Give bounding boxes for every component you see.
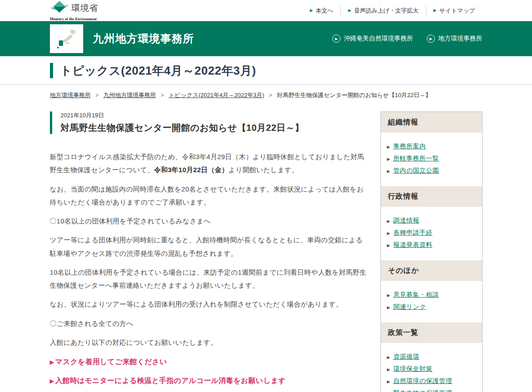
sidebar-menu-box: 組織情報 ▶ 事務所案内 ▶ 所轄事務所一覧 ▶ 管内の国立公園 行政 bbox=[380, 111, 483, 392]
ministry-name-en: Ministry of the Environment bbox=[50, 17, 98, 21]
utility-link-label: サイトマップ bbox=[439, 7, 475, 15]
sidebar: 組織情報 ▶ 事務所案内 ▶ 所轄事務所一覧 ▶ 管内の国立公園 行政 bbox=[380, 111, 483, 392]
sidebar-section-links: ▶ 意見募集・相談 ▶ 関連リンク bbox=[381, 281, 482, 322]
sidebar-section-header-others: そのほか bbox=[381, 260, 482, 281]
sidebar-section-links: ▶ 調達情報 ▶ 各種申請手続 ▶ 報道発表資料 bbox=[381, 207, 482, 260]
arrow-right-icon: ▶ bbox=[387, 293, 390, 298]
sidebar-item-applications[interactable]: ▶ 各種申請手続 bbox=[387, 229, 477, 237]
paragraph: 入館にあたり以下の対応についてお願いいたします。 bbox=[50, 336, 369, 349]
link-regional-offices[interactable]: ▶ 地方環境事務所 bbox=[427, 35, 483, 43]
intro-bold-date: 令和3年10月22日（金） bbox=[154, 166, 228, 174]
sidebar-section-header-policies: 政策一覧 bbox=[381, 322, 482, 343]
top-utility-bar: 環境省 Ministry of the Environment ▶ 本文へ ▶ … bbox=[0, 0, 532, 21]
utility-links: ▶ 本文へ ▶ 音声読み上げ・文字拡大 ▶ サイトマップ bbox=[303, 6, 483, 16]
paragraph: なお、状況によりツアー等による団体利用の受け入れを制限させていただく場合がありま… bbox=[50, 298, 369, 311]
paragraph: なお、当面の間は施設内の同時滞在人数を20名とさせていただきます。来館状況によっ… bbox=[50, 183, 369, 209]
arrow-right-icon: ▶ bbox=[434, 9, 437, 13]
ministry-gem-icon bbox=[50, 0, 69, 16]
page-title-band: トピックス(2021年4月～2022年3月) bbox=[0, 56, 532, 85]
arrow-right-icon: ▶ bbox=[50, 377, 54, 386]
site-title: 九州地方環境事務所 bbox=[93, 31, 194, 46]
play-circle-icon: ▶ bbox=[427, 35, 435, 43]
breadcrumb-current-page: 対馬野生生物保護センター開館のお知らせ【10月22日～】 bbox=[277, 92, 431, 98]
japan-map-icon bbox=[55, 28, 78, 49]
utility-link-label: 本文へ bbox=[316, 7, 333, 15]
article-header: 2021年10月19日 対馬野生生物保護センター開館のお知らせ【10月22日～】 bbox=[50, 111, 369, 134]
sidebar-link[interactable]: 資源循環 bbox=[393, 353, 419, 361]
japan-map-logo[interactable] bbox=[50, 24, 83, 53]
band-link-label: 地方環境事務所 bbox=[438, 35, 483, 43]
arrow-right-icon: ▶ bbox=[387, 231, 390, 236]
sidebar-link[interactable]: 所轄事務所一覧 bbox=[393, 155, 439, 163]
utility-link-main-content[interactable]: ▶ 本文へ bbox=[303, 6, 340, 16]
ministry-name: 環境省 bbox=[72, 2, 98, 14]
arrow-right-icon: ▶ bbox=[387, 157, 390, 161]
sidebar-item-office-guide[interactable]: ▶ 事務所案内 bbox=[387, 143, 477, 151]
arrow-right-icon: ▶ bbox=[387, 219, 390, 223]
sidebar-item-office-list[interactable]: ▶ 所轄事務所一覧 bbox=[387, 155, 477, 163]
sidebar-section-links: ▶ 事務所案内 ▶ 所轄事務所一覧 ▶ 管内の国立公園 bbox=[381, 133, 482, 186]
link-okinawa-amami-office[interactable]: ▶ 沖縄奄美自然環境事務所 bbox=[332, 35, 413, 43]
arrow-right-icon: ▶ bbox=[50, 358, 54, 367]
breadcrumb-link-topics[interactable]: トピックス(2021年4月～2022年3月) bbox=[169, 92, 264, 98]
sidebar-item-resource-circulation[interactable]: ▶ 資源循環 bbox=[387, 353, 477, 361]
sidebar-item-national-parks[interactable]: ▶ 管内の国立公園 bbox=[387, 167, 477, 175]
sidebar-link[interactable]: 報道発表資料 bbox=[393, 241, 432, 249]
paragraph-intro: 新型コロナウイルス感染拡大予防のため、令和3年4月29日（木）より臨時休館として… bbox=[50, 150, 369, 177]
utility-link-sitemap[interactable]: ▶ サイトマップ bbox=[426, 6, 483, 16]
intro-text: より開館いたします。 bbox=[228, 166, 298, 174]
paragraph-group-heading: 〇ご来館される全ての方へ bbox=[50, 317, 369, 330]
article: 2021年10月19日 対馬野生生物保護センター開館のお知らせ【10月22日～】… bbox=[50, 111, 369, 392]
arrow-right-icon: ▶ bbox=[387, 355, 390, 360]
sidebar-item-procurement[interactable]: ▶ 調達情報 bbox=[387, 217, 477, 225]
sidebar-section-links: ▶ 資源循環 ▶ 環境保全対策 ▶ 自然環境の保護管理 ▶ 野生生物の保護管理 bbox=[381, 343, 482, 392]
sidebar-item-public-comments[interactable]: ▶ 意見募集・相談 bbox=[387, 291, 477, 299]
ministry-logo[interactable]: 環境省 Ministry of the Environment bbox=[50, 0, 98, 21]
arrow-right-icon: ▶ bbox=[310, 9, 313, 13]
request-item: ▶ 入館時はモニターによる検温と手指のアルコール消毒をお願いします bbox=[50, 375, 369, 387]
breadcrumb: 地方環境事務所 > 九州地方環境事務所 > トピックス(2021年4月～2022… bbox=[50, 85, 483, 99]
article-body: 新型コロナウイルス感染拡大予防のため、令和3年4月29日（木）より臨時休館として… bbox=[50, 150, 369, 392]
paragraph: ツアー等による団体利用が同時刻に重なると、入館待機時間が長くなるとともに、車両の… bbox=[50, 233, 369, 260]
sidebar-link[interactable]: 環境保全対策 bbox=[393, 365, 432, 373]
sidebar-link[interactable]: 関連リンク bbox=[393, 303, 426, 311]
band-link-label: 沖縄奄美自然環境事務所 bbox=[344, 35, 413, 43]
sidebar-item-wildlife-management[interactable]: ▶ 野生生物の保護管理 bbox=[387, 389, 477, 392]
breadcrumb-separator: > bbox=[161, 92, 164, 98]
sidebar-item-environmental-protection[interactable]: ▶ 環境保全対策 bbox=[387, 365, 477, 373]
sidebar-item-nature-conservation[interactable]: ▶ 自然環境の保護管理 bbox=[387, 377, 477, 385]
arrow-right-icon: ▶ bbox=[387, 367, 390, 372]
site-header-links: ▶ 沖縄奄美自然環境事務所 ▶ 地方環境事務所 bbox=[332, 35, 483, 43]
arrow-right-icon: ▶ bbox=[387, 243, 390, 248]
arrow-right-icon: ▶ bbox=[348, 9, 351, 13]
breadcrumb-separator: > bbox=[95, 92, 98, 98]
sidebar-link[interactable]: 事務所案内 bbox=[393, 143, 426, 151]
sidebar-section-header-organization: 組織情報 bbox=[381, 112, 482, 133]
arrow-right-icon: ▶ bbox=[387, 145, 390, 149]
page-title: トピックス(2021年4月～2022年3月) bbox=[50, 63, 483, 78]
play-circle-icon: ▶ bbox=[332, 35, 340, 43]
sidebar-link[interactable]: 意見募集・相談 bbox=[393, 291, 439, 299]
sidebar-item-related-links[interactable]: ▶ 関連リンク bbox=[387, 303, 477, 311]
sidebar-link[interactable]: 自然環境の保護管理 bbox=[393, 377, 452, 385]
arrow-right-icon: ▶ bbox=[387, 379, 390, 384]
request-text: マスクを着用してご来館ください bbox=[55, 356, 167, 368]
sidebar-link[interactable]: 野生生物の保護管理 bbox=[393, 389, 452, 392]
utility-link-accessibility[interactable]: ▶ 音声読み上げ・文字拡大 bbox=[340, 6, 426, 16]
article-title: 対馬野生生物保護センター開館のお知らせ【10月22日～】 bbox=[61, 122, 369, 134]
sidebar-link[interactable]: 調達情報 bbox=[393, 217, 419, 225]
sidebar-section-header-administration: 行政情報 bbox=[381, 186, 482, 207]
arrow-right-icon: ▶ bbox=[387, 169, 390, 174]
site-header-band: 九州地方環境事務所 ▶ 沖縄奄美自然環境事務所 ▶ 地方環境事務所 bbox=[0, 21, 532, 56]
arrow-right-icon: ▶ bbox=[387, 305, 390, 310]
breadcrumb-link-kyushu-office[interactable]: 九州地方環境事務所 bbox=[103, 92, 156, 98]
paragraph-group-heading: 〇10名以上の団体利用を予定されているみなさまへ bbox=[50, 214, 369, 227]
utility-link-label: 音声読み上げ・文字拡大 bbox=[354, 7, 419, 15]
paragraph: 10名以上の団体利用を予定されている場合には、来訪予定の1週間前までに到着日時や… bbox=[50, 266, 369, 292]
article-date: 2021年10月19日 bbox=[61, 111, 369, 120]
request-item: ▶ マスクを着用してご来館ください bbox=[50, 356, 369, 368]
sidebar-link[interactable]: 管内の国立公園 bbox=[393, 167, 439, 175]
sidebar-item-press-releases[interactable]: ▶ 報道発表資料 bbox=[387, 241, 477, 249]
sidebar-link[interactable]: 各種申請手続 bbox=[393, 229, 432, 237]
breadcrumb-link-regional-offices[interactable]: 地方環境事務所 bbox=[50, 92, 91, 98]
